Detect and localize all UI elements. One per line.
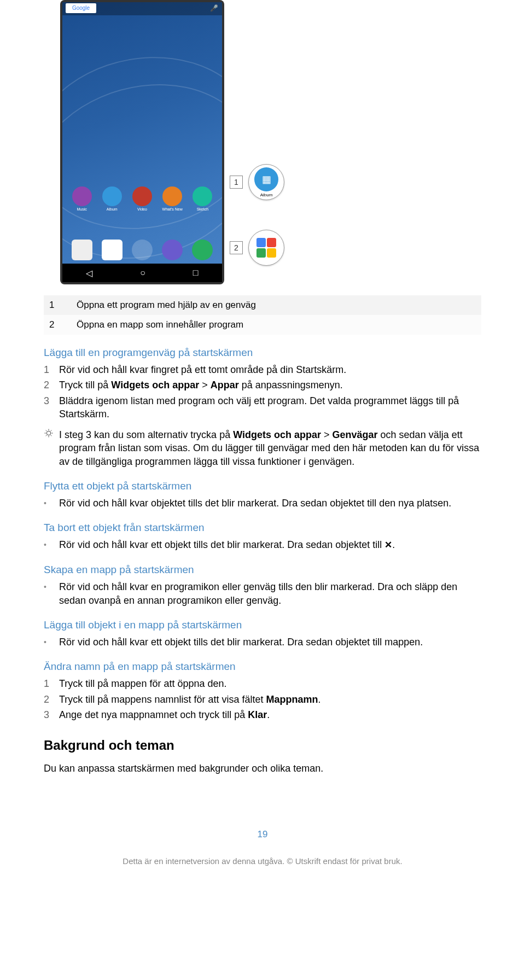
- bullet-list: • Rör vid och håll kvar ett objekt tills…: [44, 538, 481, 552]
- svg-point-0: [46, 431, 51, 435]
- list-marker: 1: [44, 677, 59, 690]
- list-marker: 2: [44, 378, 59, 392]
- list-content: Tryck till på Widgets och appar > Appar …: [59, 378, 481, 392]
- apps-grid-icon: [132, 240, 153, 260]
- list-marker: 1: [44, 363, 59, 376]
- play-icon: [102, 240, 122, 260]
- phone-app: Music: [71, 186, 94, 211]
- callout-number: 2: [230, 241, 243, 254]
- list-item: 2 Tryck till på Widgets och appar > Appa…: [44, 378, 481, 392]
- svg-line-8: [51, 430, 52, 431]
- section-heading: Lägga till en programgenväg på startskär…: [44, 347, 481, 359]
- list-item: 3 Ange det nya mappnamnet och tryck till…: [44, 708, 481, 721]
- mic-icon: 🎤: [210, 4, 218, 12]
- list-content: Rör vid och håll kvar objektet tills det…: [59, 497, 481, 510]
- svg-line-5: [46, 430, 47, 431]
- bullet-list: • Rör vid och håll kvar objektet tills d…: [44, 497, 481, 510]
- bullet-marker: •: [44, 497, 59, 510]
- phone-app: What's New: [161, 186, 184, 211]
- list-content: Tryck till på mappens namnlist för att v…: [59, 693, 481, 706]
- section-heading: Flytta ett objekt på startskärmen: [44, 480, 481, 492]
- callout-number: 1: [230, 176, 243, 189]
- list-content: Rör vid och håll kvar fingret på ett tom…: [59, 363, 481, 376]
- list-item: 3 Bläddra igenom listan med program och …: [44, 394, 481, 421]
- tip-icon: [44, 428, 59, 468]
- page-number: 19: [44, 829, 481, 840]
- list-marker: 3: [44, 708, 59, 721]
- phone-screen: Google 🎤 Music Album Video What's New Sk…: [62, 2, 222, 282]
- list-item: • Rör vid och håll kvar ett objekt tills…: [44, 635, 481, 649]
- table-row: 1 Öppna ett program med hjälp av en genv…: [44, 295, 481, 315]
- svg-line-6: [51, 435, 52, 436]
- section-heading: Skapa en mapp på startskärmen: [44, 564, 481, 576]
- legend-table: 1 Öppna ett program med hjälp av en genv…: [44, 295, 481, 335]
- phone-navbar: ◁ ○ □: [62, 264, 222, 282]
- bullet-list: • Rör vid och håll kvar en programikon e…: [44, 580, 481, 607]
- bullet-marker: •: [44, 635, 59, 649]
- list-marker: 3: [44, 394, 59, 421]
- bullet-marker: •: [44, 538, 59, 552]
- phone-illustration: Google 🎤 Music Album Video What's New Sk…: [60, 0, 224, 284]
- google-search-widget: Google: [66, 3, 96, 13]
- list-item: 2 Tryck till på mappens namnlist för att…: [44, 693, 481, 706]
- legend-num: 1: [44, 295, 71, 315]
- list-item: 1 Rör vid och håll kvar fingret på ett t…: [44, 363, 481, 376]
- callout-1: 1 ▦ Album: [230, 164, 284, 200]
- callout-2: 2: [230, 230, 284, 266]
- store-icon: [72, 240, 92, 260]
- phone-app: Video: [131, 186, 154, 211]
- tip-row: I steg 3 kan du som alternativ trycka på…: [44, 428, 481, 468]
- callout-bubble-album: ▦ Album: [248, 164, 284, 200]
- legend-text: Öppna en mapp som innehåller program: [71, 315, 481, 335]
- list-content: Rör vid och håll kvar ett objekt tills d…: [59, 538, 481, 552]
- phone-app: Sketch: [191, 186, 214, 211]
- list-content: Rör vid och håll kvar en programikon ell…: [59, 580, 481, 607]
- list-item: • Rör vid och håll kvar en programikon e…: [44, 580, 481, 607]
- legend-num: 2: [44, 315, 71, 335]
- svg-line-7: [46, 435, 47, 436]
- recent-icon: □: [193, 268, 199, 278]
- main-heading: Bakgrund och teman: [44, 738, 481, 753]
- list-content: Tryck till på mappen för att öppna den.: [59, 677, 481, 690]
- phone-icon: [192, 240, 213, 260]
- legend-text: Öppna ett program med hjälp av en genväg: [71, 295, 481, 315]
- tip-content: I steg 3 kan du som alternativ trycka på…: [59, 428, 481, 468]
- body-text: Du kan anpassa startskärmen med bakgrund…: [44, 763, 481, 774]
- table-row: 2 Öppna en mapp som innehåller program: [44, 315, 481, 335]
- back-icon: ◁: [86, 268, 92, 278]
- phone-app: Album: [101, 186, 124, 211]
- phone-app-row: Music Album Video What's New Sketch: [62, 186, 222, 211]
- list-item: • Rör vid och håll kvar ett objekt tills…: [44, 538, 481, 552]
- close-icon: ✕: [384, 539, 392, 552]
- list-item: • Rör vid och håll kvar objektet tills d…: [44, 497, 481, 510]
- list-content: Rör vid och håll kvar ett objekt tills d…: [59, 635, 481, 649]
- numbered-list: 1 Rör vid och håll kvar fingret på ett t…: [44, 363, 481, 421]
- phone-statusbar: Google 🎤: [62, 2, 222, 15]
- list-content: Ange det nya mappnamnet och tryck till p…: [59, 708, 481, 721]
- list-item: 1 Tryck till på mappen för att öppna den…: [44, 677, 481, 690]
- home-icon: ○: [140, 268, 145, 278]
- bullet-list: • Rör vid och håll kvar ett objekt tills…: [44, 635, 481, 649]
- callout-label: Album: [254, 192, 278, 197]
- footer-text: Detta är en internetversion av denna utg…: [44, 856, 481, 866]
- phone-dock: [62, 240, 222, 260]
- numbered-list: 1 Tryck till på mappen för att öppna den…: [44, 677, 481, 721]
- bullet-marker: •: [44, 580, 59, 607]
- callout-bubble-folder: [248, 230, 284, 266]
- chat-icon: [162, 240, 183, 260]
- section-heading: Lägga till objekt i en mapp på startskär…: [44, 619, 481, 631]
- section-heading: Ändra namn på en mapp på startskärmen: [44, 661, 481, 673]
- list-marker: 2: [44, 693, 59, 706]
- list-content: Bläddra igenom listan med program och vä…: [59, 394, 481, 421]
- section-heading: Ta bort ett objekt från startskärmen: [44, 522, 481, 534]
